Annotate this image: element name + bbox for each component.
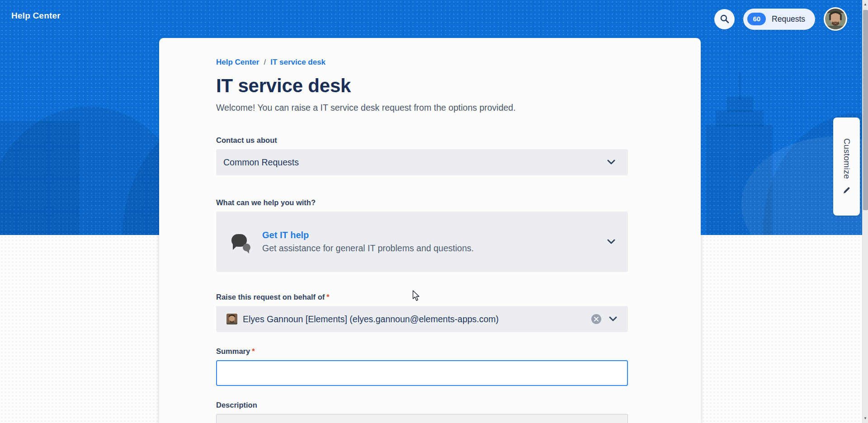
description-label: Description (216, 400, 628, 410)
clear-icon[interactable] (591, 314, 601, 324)
scrollbar-down-arrow[interactable]: ▼ (863, 415, 868, 422)
city-silhouette-tower-mid (716, 110, 764, 127)
page-subtitle: Welcome! You can raise a IT service desk… (216, 101, 628, 114)
chat-bubbles-icon (231, 234, 250, 249)
topbar: Help Center 60 Requests (0, 0, 868, 39)
request-form-card: Help Center/IT service desk IT service d… (159, 38, 701, 423)
breadcrumb-separator: / (264, 58, 266, 66)
search-button[interactable] (714, 9, 735, 29)
city-silhouette-antenna (739, 72, 741, 99)
customize-tab[interactable]: Customize (833, 118, 860, 216)
contact-about-label: Contact us about (216, 135, 628, 146)
scrollbar[interactable]: ▲ ▼ (862, 0, 868, 423)
chevron-down-icon (607, 160, 615, 165)
contact-about-value: Common Requests (223, 157, 299, 168)
behalf-user-value: Elyes Gannoun [Elements] (elyes.gannoun@… (243, 314, 499, 324)
customize-tab-label: Customize (842, 138, 852, 179)
request-type-title: Get IT help (262, 230, 474, 240)
scrollbar-thumb[interactable] (863, 10, 868, 210)
city-silhouette-tower-top (727, 97, 753, 112)
requests-count-badge: 60 (747, 13, 766, 25)
user-avatar[interactable] (824, 7, 847, 31)
breadcrumb: Help Center/IT service desk (216, 57, 628, 68)
breadcrumb-it-service-desk[interactable]: IT service desk (270, 58, 326, 66)
scrollbar-up-arrow[interactable]: ▲ (863, 1, 868, 8)
breadcrumb-help-center[interactable]: Help Center (216, 58, 259, 66)
help-with-label: What can we help you with? (216, 197, 628, 208)
required-asterisk: * (252, 347, 255, 355)
request-type-select[interactable]: Get IT help Get assistance for general I… (216, 212, 628, 272)
behalf-user-select[interactable]: Elyes Gannoun [Elements] (elyes.gannoun@… (216, 306, 628, 332)
contact-about-select[interactable]: Common Requests (216, 149, 628, 175)
request-type-option: Get IT help Get assistance for general I… (262, 230, 474, 254)
city-silhouette-tower-base (706, 125, 773, 235)
page-title: IT service desk (216, 74, 628, 98)
required-asterisk: * (326, 293, 329, 301)
requests-button[interactable]: 60 Requests (743, 9, 815, 30)
portal-title: Help Center (11, 11, 61, 21)
user-avatar-photo (825, 9, 846, 29)
summary-input[interactable] (216, 360, 628, 386)
behalf-label: Raise this request on behalf of* (216, 291, 628, 302)
requests-button-label: Requests (772, 14, 805, 24)
behalf-user-avatar (226, 314, 237, 324)
chevron-down-icon (607, 239, 615, 244)
topbar-actions: 60 Requests (714, 7, 847, 31)
search-icon (720, 14, 730, 24)
description-textarea[interactable] (216, 414, 628, 423)
summary-label: Summary* (216, 346, 628, 357)
pencil-icon (842, 186, 851, 195)
chevron-down-icon (609, 316, 617, 322)
request-type-description: Get assistance for general IT problems a… (262, 243, 474, 254)
